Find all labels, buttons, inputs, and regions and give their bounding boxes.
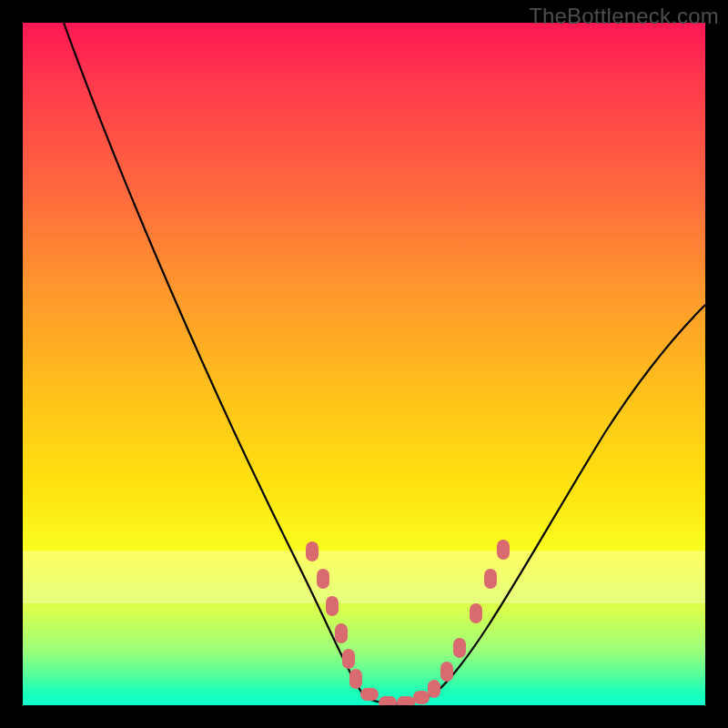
marker-dot xyxy=(342,649,355,669)
marker-dot xyxy=(453,638,466,658)
marker-dot xyxy=(306,541,318,561)
marker-dot xyxy=(326,596,339,616)
marker-dot xyxy=(470,603,482,623)
marker-dot xyxy=(440,662,453,682)
marker-dot xyxy=(379,696,397,705)
marker-dot xyxy=(349,669,362,689)
marker-dot xyxy=(484,569,497,589)
chart-svg xyxy=(23,23,705,705)
marker-dot xyxy=(360,688,379,701)
marker-dot xyxy=(428,680,440,698)
bottleneck-curve xyxy=(64,23,705,703)
plot-area xyxy=(23,23,705,705)
marker-dot xyxy=(317,569,329,589)
outer-frame: TheBottleneck.com xyxy=(0,0,728,728)
watermark-text: TheBottleneck.com xyxy=(529,4,719,29)
marker-dot xyxy=(497,540,510,560)
marker-dot xyxy=(397,696,415,705)
marker-dot xyxy=(413,691,430,704)
marker-group xyxy=(306,540,510,705)
marker-dot xyxy=(335,623,348,643)
